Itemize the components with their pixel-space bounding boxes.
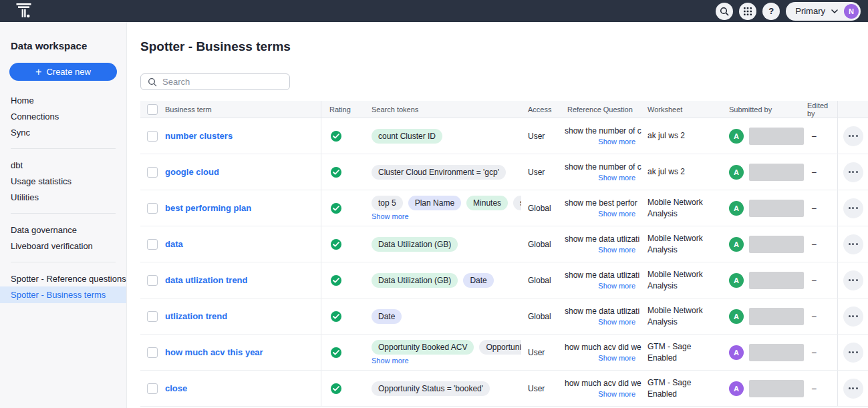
worksheet-name: Mobile Network Analysis — [647, 197, 717, 218]
edited-by-value: – — [812, 240, 817, 249]
edited-by-value: – — [812, 204, 817, 213]
search-token-pill: Opportunity C — [479, 340, 521, 355]
help-button[interactable]: ? — [762, 3, 780, 20]
show-more-link[interactable]: Show more — [598, 318, 635, 326]
sidebar-item-data-governance[interactable]: Data governance — [0, 222, 126, 238]
business-term-link[interactable]: number clusters — [165, 131, 233, 141]
business-term-link[interactable]: google cloud — [165, 167, 219, 177]
row-actions-button[interactable] — [843, 234, 863, 254]
show-more-link[interactable]: Show more — [598, 174, 635, 182]
row-checkbox[interactable] — [147, 239, 158, 250]
sidebar-item-liveboard-verification[interactable]: Liveboard verification — [0, 238, 126, 254]
apps-switcher-button[interactable] — [739, 3, 756, 20]
show-more-link[interactable]: Show more — [372, 357, 409, 365]
edited-by-value: – — [812, 276, 817, 285]
table-search[interactable] — [140, 73, 290, 90]
access-value: Global — [528, 204, 551, 213]
token-row: Opportunity Booked ACVOpportunity C — [372, 340, 521, 355]
search-input[interactable] — [162, 77, 283, 87]
table-row: best performing plantop 5Plan NameMinute… — [140, 190, 868, 226]
edited-by-value: – — [812, 132, 817, 141]
global-search-button[interactable] — [716, 3, 733, 20]
row-checkbox[interactable] — [147, 311, 158, 322]
row-checkbox[interactable] — [147, 347, 158, 358]
sidebar-item-home[interactable]: Home — [0, 92, 126, 108]
create-new-button[interactable]: + Create new — [9, 63, 117, 81]
business-term-link[interactable]: how much acv this year — [165, 347, 263, 357]
search-icon — [148, 77, 157, 87]
redacted-submitter-name — [749, 128, 804, 145]
sidebar-item-dbt[interactable]: dbt — [0, 157, 126, 173]
sidebar-divider — [11, 213, 116, 214]
column-header-search-tokens[interactable]: Search tokens — [364, 101, 521, 118]
column-header-business-term[interactable]: Business term — [165, 101, 321, 118]
redacted-submitter-name — [749, 272, 804, 289]
select-all-checkbox[interactable] — [147, 104, 158, 115]
sidebar-item-sync[interactable]: Sync — [0, 124, 126, 140]
redacted-submitter-name — [749, 164, 804, 181]
grid-icon — [744, 7, 752, 15]
row-checkbox[interactable] — [147, 167, 158, 178]
access-value: User — [528, 132, 545, 141]
business-term-link[interactable]: best performing plan — [165, 203, 251, 213]
worksheet-name: Mobile Network Analysis — [647, 305, 717, 327]
row-checkbox[interactable] — [147, 203, 158, 214]
business-term-link[interactable]: data — [165, 239, 183, 249]
sidebar-item-usage-statistics[interactable]: Usage statistics — [0, 173, 126, 189]
token-row: Data Utilization (GB)Date — [372, 273, 494, 288]
row-actions-button[interactable] — [843, 126, 863, 146]
column-header-submitted-by[interactable]: Submitted by — [724, 101, 804, 118]
row-actions-button[interactable] — [843, 270, 863, 290]
show-more-link[interactable]: Show more — [372, 212, 409, 220]
search-token-pill: count Cluster ID — [372, 129, 442, 144]
table-row: closeOpportunity Status = 'booked'Userho… — [140, 371, 868, 407]
show-more-link[interactable]: Show more — [598, 210, 635, 218]
question-mark-icon: ? — [768, 6, 774, 16]
search-token-pill: Opportunity Booked ACV — [372, 340, 474, 355]
sidebar-title: Data workspace — [0, 22, 126, 51]
row-checkbox[interactable] — [147, 383, 158, 394]
sidebar-item-connections[interactable]: Connections — [0, 108, 126, 124]
edited-by-value: – — [812, 384, 817, 393]
row-checkbox[interactable] — [147, 275, 158, 286]
search-icon — [720, 7, 729, 16]
show-more-link[interactable]: Show more — [598, 390, 635, 398]
search-token-pill: sort b — [513, 196, 521, 210]
column-header-worksheet[interactable]: Worksheet — [643, 101, 724, 118]
user-avatar[interactable]: N — [844, 4, 859, 19]
column-header-edited-by[interactable]: Edited by — [804, 101, 837, 118]
sidebar-item-utilities[interactable]: Utilities — [0, 189, 126, 205]
column-header-reference-question[interactable]: Reference Question — [565, 101, 643, 118]
show-more-link[interactable]: Show more — [598, 246, 635, 254]
submitter-avatar: A — [729, 201, 744, 216]
business-term-link[interactable]: utlization trend — [165, 311, 227, 321]
sidebar-nav: Home Connections Sync dbt Usage statisti… — [0, 92, 126, 303]
row-checkbox[interactable] — [147, 131, 158, 142]
submitter-avatar: A — [729, 309, 744, 324]
column-header-access[interactable]: Access — [521, 101, 565, 118]
row-actions-button[interactable] — [843, 198, 863, 218]
row-actions-button[interactable] — [843, 307, 863, 327]
business-term-link[interactable]: data utlization trend — [165, 275, 248, 285]
show-more-link[interactable]: Show more — [598, 282, 635, 290]
submitter-avatar: A — [729, 381, 744, 396]
row-actions-button[interactable] — [843, 379, 863, 399]
reference-question-text: show the number of c — [565, 162, 643, 172]
column-header-rating[interactable]: Rating — [321, 101, 364, 118]
show-more-link[interactable]: Show more — [598, 138, 635, 146]
token-row: Opportunity Status = 'booked' — [372, 381, 490, 396]
row-actions-button[interactable] — [843, 162, 863, 182]
org-switcher[interactable]: Primary N — [786, 2, 861, 21]
search-token-pill: Cluster Cloud Environment = 'gcp' — [372, 165, 506, 180]
verified-check-icon — [331, 275, 341, 286]
sidebar-item-spotter-business-terms[interactable]: Spotter - Business terms — [0, 286, 126, 303]
page-title: Spotter - Business terms — [140, 39, 868, 54]
worksheet-name: ak jul ws 2 — [647, 166, 685, 177]
table-row: number clusterscount Cluster IDUsershow … — [140, 118, 868, 154]
access-value: User — [528, 384, 545, 393]
plus-icon: + — [35, 67, 41, 77]
sidebar-item-spotter-reference-questions[interactable]: Spotter - Reference questions — [0, 270, 126, 286]
business-term-link[interactable]: close — [165, 383, 187, 393]
show-more-link[interactable]: Show more — [598, 354, 635, 362]
row-actions-button[interactable] — [843, 343, 863, 363]
